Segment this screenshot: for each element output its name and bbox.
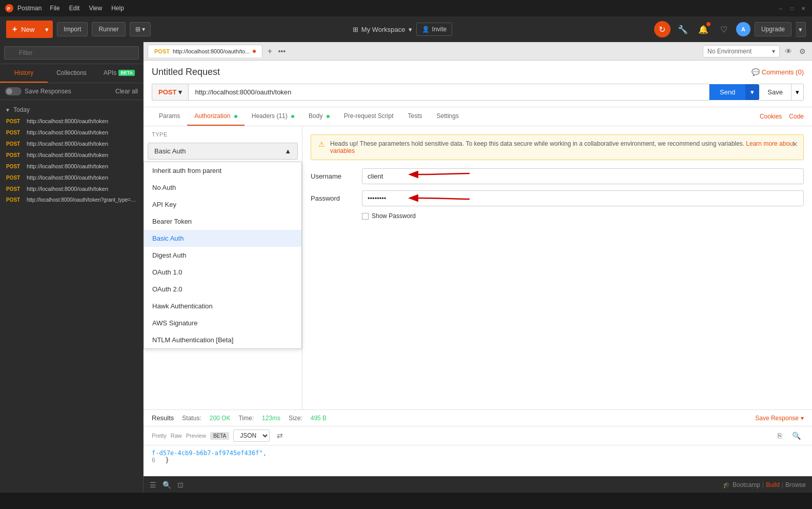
method-select[interactable]: POST ▾ — [152, 84, 188, 101]
avatar: A — [736, 22, 750, 36]
invite-button[interactable]: 👤 Invite — [416, 23, 453, 36]
bootcamp-icon: 🎓 — [723, 481, 730, 488]
warning-text-content: Heads up! These parameters hold sensitiv… — [330, 140, 744, 147]
list-item[interactable]: POST http://localhost:8000/oauth/token — [0, 149, 143, 161]
auth-option-oauth1[interactable]: OAuth 1.0 — [144, 264, 301, 281]
new-button[interactable]: + New — [6, 21, 40, 38]
show-password-checkbox[interactable] — [362, 213, 369, 220]
apis-tab-label: APIs — [104, 69, 116, 76]
tab-authorization[interactable]: Authorization — [187, 107, 244, 126]
list-item[interactable]: POST http://localhost:8000/oauth/token — [0, 172, 143, 183]
proxy-button[interactable]: ⊞ ▾ — [130, 22, 151, 36]
notification-button[interactable]: 🔔 — [695, 21, 712, 37]
request-tab-active[interactable]: POST http://localhost:8000/oauth/to... — [148, 45, 262, 57]
minimize-button[interactable]: – — [777, 5, 784, 12]
list-item[interactable]: POST http://localhost:8000/oauth/token — [0, 138, 143, 149]
search-input[interactable] — [4, 46, 139, 60]
sidebar-tab-collections[interactable]: Collections — [48, 64, 95, 83]
auth-option-basic-auth[interactable]: Basic Auth — [144, 230, 301, 247]
add-tab-button[interactable]: + — [263, 45, 276, 57]
upgrade-dropdown-button[interactable]: ▾ — [796, 22, 806, 37]
history-url: http://localhost:8000/oauth/token — [27, 186, 108, 192]
auth-option-no-auth[interactable]: No Auth — [144, 179, 301, 196]
auth-option-ntlm[interactable]: NTLM Authentication [Beta] — [144, 331, 301, 348]
build-link[interactable]: Build — [766, 481, 780, 488]
menu-view[interactable]: View — [85, 4, 106, 13]
auth-option-bearer[interactable]: Bearer Token — [144, 213, 301, 230]
auth-option-hawk[interactable]: Hawk Authentication — [144, 298, 301, 315]
right-actions: Cookies Code — [753, 108, 804, 125]
history-url: http://localhost:8000/oauth/token — [27, 152, 108, 158]
save-response-button[interactable]: Save Response ▾ — [755, 415, 804, 422]
workspace-button[interactable]: ⊞ My Workspace ▾ — [353, 26, 412, 33]
maximize-button[interactable]: □ — [788, 5, 796, 12]
search-bottom-button[interactable]: 🔍 — [163, 481, 171, 489]
history-url: http://localhost:8000/oauth/token — [27, 174, 108, 181]
list-item[interactable]: POST http://localhost:8000/oauth/token — [0, 127, 143, 138]
results-label: Results — [152, 414, 174, 422]
sidebar-tab-apis[interactable]: APIs BETA — [95, 64, 143, 83]
upgrade-button[interactable]: Upgrade — [755, 22, 791, 36]
menu-edit[interactable]: Edit — [65, 4, 84, 13]
history-url: http://localhost:8000/oauth/token — [27, 118, 108, 124]
list-item[interactable]: POST http://localhost:8000/oauth/token?g… — [0, 194, 143, 205]
menu-help[interactable]: Help — [107, 4, 128, 13]
tab-settings[interactable]: Settings — [430, 107, 466, 126]
new-dropdown-button[interactable]: ▾ — [41, 22, 53, 37]
import-button[interactable]: Import — [57, 22, 88, 36]
heart-button[interactable]: ♡ — [716, 21, 732, 37]
today-header[interactable]: ▼ Today — [0, 104, 143, 115]
sidebar-tab-history[interactable]: History — [0, 64, 48, 83]
wrench-button[interactable]: 🔧 — [675, 21, 691, 37]
auth-option-api-key[interactable]: API Key — [144, 196, 301, 213]
auth-option-inherit[interactable]: Inherit auth from parent — [144, 162, 301, 179]
json-brace: } — [165, 457, 169, 464]
auth-option-oauth2[interactable]: OAuth 2.0 — [144, 281, 301, 298]
save-dropdown-button[interactable]: ▾ — [791, 84, 804, 101]
clear-all-button[interactable]: Clear all — [115, 88, 138, 95]
save-button[interactable]: Save — [759, 84, 791, 101]
bootcamp-link[interactable]: 🎓 Bootcamp — [723, 481, 760, 488]
warning-close-button[interactable]: ✕ — [792, 140, 798, 148]
code-link[interactable]: Code — [789, 108, 804, 125]
json-format-select[interactable]: JSON — [233, 429, 270, 442]
json-content: f-d57e-4cb9-b6b7-af9745ef436f", — [152, 449, 267, 457]
environment-dropdown[interactable]: No Environment ▾ — [703, 45, 780, 57]
runner-button[interactable]: Runner — [92, 22, 125, 36]
list-item[interactable]: POST http://localhost:8000/oauth/token — [0, 161, 143, 172]
send-dropdown-button[interactable]: ▾ — [745, 84, 759, 100]
tab-tests[interactable]: Tests — [401, 107, 430, 126]
workspace-label: My Workspace — [361, 26, 405, 33]
results-copy-button[interactable]: ⎘ — [775, 430, 785, 441]
url-input[interactable] — [188, 84, 709, 101]
tab-headers[interactable]: Headers (11) — [245, 107, 301, 126]
menu-file[interactable]: File — [46, 4, 64, 13]
password-input[interactable] — [362, 190, 804, 206]
list-item[interactable]: POST http://localhost:8000/oauth/token — [0, 115, 143, 127]
tab-pre-request[interactable]: Pre-request Script — [337, 107, 401, 126]
list-item[interactable]: POST http://localhost:8000/oauth/token — [0, 183, 143, 194]
browse-link[interactable]: Browse — [785, 481, 806, 488]
username-input[interactable] — [362, 168, 804, 184]
eye-button[interactable]: 👁 — [783, 45, 794, 57]
send-button[interactable]: Send — [709, 84, 745, 100]
save-responses-toggle[interactable] — [5, 87, 22, 95]
close-button[interactable]: ✕ — [800, 5, 807, 12]
results-sort-button[interactable]: ⇄ — [274, 430, 286, 441]
tab-params[interactable]: Params — [152, 107, 187, 126]
auth-option-aws[interactable]: AWS Signature — [144, 315, 301, 331]
auth-dropdown-list: Inherit auth from parent No Auth API Key… — [144, 162, 302, 349]
results-search-button[interactable]: 🔍 — [789, 430, 804, 441]
tab-body[interactable]: Body — [301, 107, 337, 126]
cookies-link[interactable]: Cookies — [753, 108, 789, 125]
sync-button[interactable]: ↻ — [654, 21, 671, 37]
auth-type-dropdown[interactable]: Basic Auth ▲ — [148, 143, 298, 160]
gear-button[interactable]: ⚙ — [797, 45, 808, 57]
tab-more-button[interactable]: ••• — [276, 47, 288, 55]
bottom-bar: ☰ 🔍 ⊡ 🎓 Bootcamp | Build | Browse — [144, 476, 812, 493]
code-bottom-button[interactable]: ⊡ — [177, 481, 184, 489]
comments-button[interactable]: 💬 Comments (0) — [752, 68, 804, 76]
auth-option-digest[interactable]: Digest Auth — [144, 247, 301, 264]
sidebar-toggle-button[interactable]: ☰ — [150, 481, 156, 489]
save-response-arrow: ▾ — [801, 415, 804, 422]
